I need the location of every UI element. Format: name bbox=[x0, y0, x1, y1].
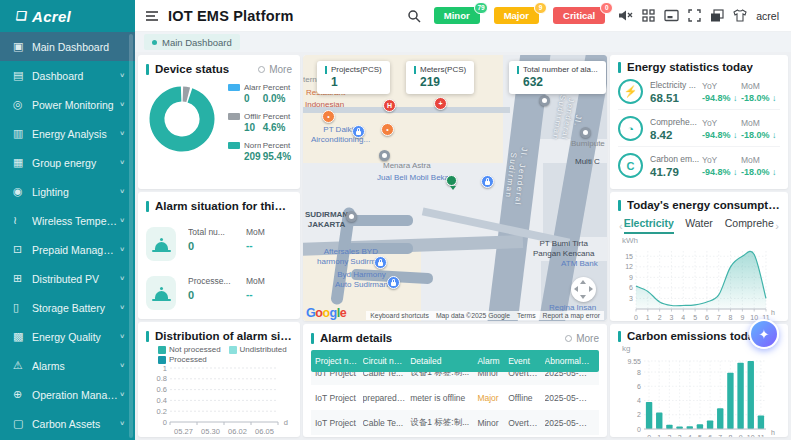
sidebar-item-operation-managem[interactable]: ⊕Operation Managem...∨ bbox=[0, 380, 135, 409]
map-place-label: PT Bumi Tirta Pangan Kencana bbox=[533, 239, 594, 258]
sidebar-item-carbon-assets[interactable]: ▢Carbon Assets∨ bbox=[0, 409, 135, 438]
svg-text:h: h bbox=[771, 309, 775, 316]
metric-label: MoM bbox=[741, 155, 780, 165]
red-plus-marker[interactable]: + bbox=[434, 97, 447, 110]
mute-icon[interactable] bbox=[618, 9, 633, 22]
map-pan-control[interactable] bbox=[571, 277, 596, 302]
table-row[interactable]: IoT Projectprepared#...meter is offlineM… bbox=[311, 385, 599, 410]
svg-text:2: 2 bbox=[667, 434, 671, 437]
blue-lock-marker[interactable] bbox=[481, 175, 494, 188]
sidebar-item-dashboard[interactable]: ▤Dashboard∨ bbox=[0, 61, 135, 90]
gray-dot-marker[interactable] bbox=[346, 211, 357, 222]
alarm-details-more-link[interactable]: More bbox=[565, 333, 599, 344]
sidebar-item-label: Main Dashboard bbox=[32, 41, 125, 53]
tab-bar: Main Dashboard bbox=[135, 32, 791, 52]
fullscreen-icon[interactable] bbox=[688, 9, 701, 22]
legend-label: Alarm(... bbox=[244, 83, 261, 92]
badge-count: 9 bbox=[534, 2, 547, 14]
map-card-value: 219 bbox=[420, 75, 466, 89]
svg-text:3: 3 bbox=[678, 434, 682, 437]
sidebar-item-lighting[interactable]: ◉Lighting∨ bbox=[0, 177, 135, 206]
svg-text:10: 10 bbox=[747, 434, 755, 437]
alarm-stat-value: 0 bbox=[188, 289, 234, 301]
sidebar-item-energy-quality[interactable]: ▩Energy Quality∨ bbox=[0, 322, 135, 351]
mom-label: MoM bbox=[246, 227, 292, 237]
sidebar-item-label: Wireless Temperature bbox=[32, 215, 119, 227]
badge-major[interactable]: Major9 bbox=[494, 7, 539, 24]
metric-value: -18.0% ↓ bbox=[741, 167, 780, 177]
gray-dot-marker[interactable] bbox=[539, 95, 550, 106]
red-h-marker[interactable]: H bbox=[383, 99, 396, 112]
sidebar-item-group-energy[interactable]: ▦Group energy∨ bbox=[0, 148, 135, 177]
down-arrow-icon: ↓ bbox=[772, 93, 777, 103]
page: ❏ Acrel ▣Main Dashboard▤Dashboard∨◎Power… bbox=[0, 0, 791, 440]
table-row[interactable]: IoT ProjectCable Te...设备1 标签:制...MinorOv… bbox=[311, 372, 599, 385]
google-logo-letter: e bbox=[340, 306, 346, 320]
blue-lock-marker[interactable] bbox=[387, 276, 400, 289]
metric-label: YoY bbox=[702, 118, 741, 128]
theme-layers-icon[interactable] bbox=[710, 9, 724, 22]
map-place-label: ATM Bank bbox=[561, 259, 598, 269]
sidebar-item-wireless-temperature[interactable]: ≀Wireless Temperature∨ bbox=[0, 206, 135, 235]
sidebar-item-energy-analysis[interactable]: ▥Energy Analysis∨ bbox=[0, 119, 135, 148]
collapse-menu-icon[interactable] bbox=[145, 10, 159, 22]
right-column: Energy statistics today ⚡Electricity ...… bbox=[610, 55, 788, 437]
metric-value: -94.8% ↓ bbox=[702, 130, 741, 140]
svg-text:9: 9 bbox=[739, 434, 743, 437]
device-status-more-link[interactable]: More bbox=[258, 64, 292, 75]
attribution-link: Report a map error bbox=[543, 312, 600, 319]
sidebar-item-distributed-pv[interactable]: ⊞Distributed PV∨ bbox=[0, 264, 135, 293]
more-icon bbox=[565, 335, 572, 342]
badge-critical[interactable]: Critical0 bbox=[553, 7, 605, 24]
orange-marker[interactable]: • bbox=[322, 110, 335, 123]
skin-shirt-icon[interactable] bbox=[733, 9, 747, 22]
screenshot-icon[interactable] bbox=[664, 9, 679, 22]
svg-text:3: 3 bbox=[629, 295, 633, 302]
energy-stats-title: Energy statistics today bbox=[627, 61, 753, 73]
orange-marker[interactable]: • bbox=[381, 123, 394, 136]
table-cell: 设备1 标签:制... bbox=[410, 372, 477, 379]
green-pin-marker[interactable] bbox=[446, 175, 457, 186]
badge-minor[interactable]: Minor79 bbox=[434, 7, 480, 24]
tab-dot-icon bbox=[152, 40, 157, 45]
sidebar-item-prepaid-management[interactable]: ⊡Prepaid Management∨ bbox=[0, 235, 135, 264]
table-cell: Major bbox=[477, 393, 508, 403]
blue-lock-marker[interactable] bbox=[352, 125, 365, 138]
username[interactable]: acrel bbox=[756, 10, 779, 22]
map-stat-card: Projects(PCS)1 bbox=[317, 61, 390, 94]
group-energy-icon: ▦ bbox=[13, 156, 32, 169]
gray-dot-marker[interactable] bbox=[379, 150, 390, 161]
down-arrow-icon: ↓ bbox=[733, 93, 738, 103]
energy-stats-panel: Energy statistics today ⚡Electricity ...… bbox=[610, 55, 788, 189]
sidebar-item-storage-battery[interactable]: ▯Storage Battery∨ bbox=[0, 293, 135, 322]
sidebar-item-power-monitoring[interactable]: ◎Power Monitoring∨ bbox=[0, 90, 135, 119]
legend-label: Processed bbox=[169, 355, 207, 364]
search-icon[interactable] bbox=[407, 9, 421, 23]
svg-text:15: 15 bbox=[625, 253, 633, 260]
metric-label: YoY bbox=[702, 155, 741, 165]
percent-label: Percent bbox=[263, 141, 300, 150]
gray-dot-marker[interactable] bbox=[580, 127, 591, 138]
metric-value: -94.8% ↓ bbox=[702, 93, 741, 103]
google-logo[interactable]: Google bbox=[306, 306, 346, 320]
legend-swatch bbox=[228, 113, 240, 120]
tab-main-dashboard[interactable]: Main Dashboard bbox=[144, 34, 240, 50]
legend-percent: 95.4% bbox=[263, 151, 300, 162]
column-header: Circuit name bbox=[363, 356, 411, 366]
tab-comprehe[interactable]: Comprehe bbox=[724, 217, 774, 234]
tab-electricity[interactable]: Electricity bbox=[624, 217, 674, 234]
alarm-details-title: Alarm details bbox=[320, 332, 392, 344]
ai-assistant-button[interactable]: ✦ bbox=[749, 319, 779, 349]
table-row[interactable]: IoT ProjectCable Te...设备1 标签:制...MinorOv… bbox=[311, 435, 599, 437]
table-row[interactable]: IoT ProjectCable Te...设备1 标签:制...MinorOv… bbox=[311, 410, 599, 435]
map-canvas[interactable]: Google Keyboard shortcutsMap data ©2025 … bbox=[303, 55, 607, 321]
sidebar-item-alarms[interactable]: ⚠Alarms∨ bbox=[0, 351, 135, 380]
energy-metric: MoM-18.0% ↓ bbox=[741, 118, 780, 140]
tab-water[interactable]: Water bbox=[674, 217, 724, 234]
chevron-right-icon[interactable]: › bbox=[774, 220, 780, 232]
sidebar-item-main-dashboard[interactable]: ▣Main Dashboard bbox=[0, 32, 135, 61]
grid-apps-icon[interactable] bbox=[642, 9, 655, 22]
metric-value: -18.0% ↓ bbox=[741, 130, 780, 140]
sidebar-scrollbar[interactable] bbox=[129, 34, 133, 438]
blue-lock-marker[interactable] bbox=[374, 256, 387, 269]
